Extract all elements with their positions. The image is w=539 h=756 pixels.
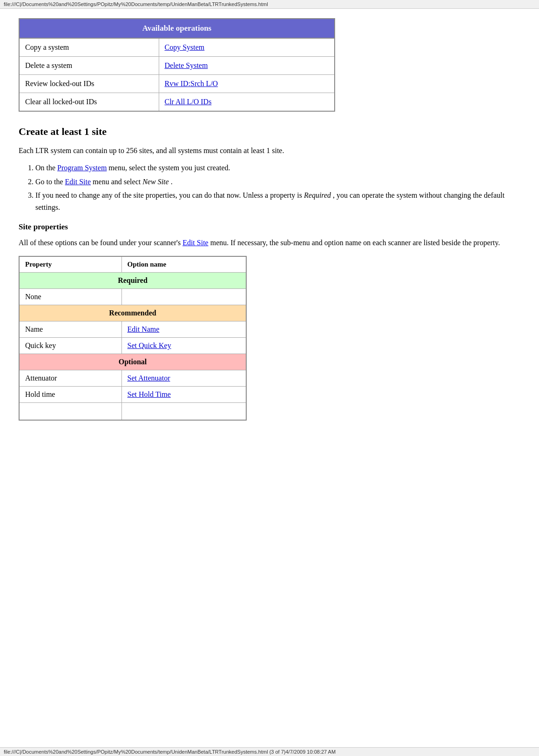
- site-props-subtitle: Site properties: [19, 222, 520, 232]
- optional-prop-holdtime: Hold time: [19, 387, 121, 403]
- recommended-section-row: Recommended: [19, 305, 246, 321]
- ops-table-header: Available operations: [19, 19, 335, 38]
- browser-url-bar: file:///C|/Documents%20and%20Settings/PO…: [0, 0, 539, 9]
- program-system-link[interactable]: Program System: [57, 164, 107, 172]
- clr-all-link[interactable]: Clr All L/O IDs: [165, 98, 212, 106]
- set-attenuator-link[interactable]: Set Attenuator: [128, 374, 170, 382]
- ops-row-desc-4: Clear all locked-out IDs: [19, 93, 159, 112]
- ops-row-desc-3: Review locked-out IDs: [19, 75, 159, 93]
- edit-name-link[interactable]: Edit Name: [128, 325, 160, 333]
- ops-row-desc-1: Copy a system: [19, 38, 159, 57]
- table-row: Hold time Set Hold Time: [19, 387, 246, 403]
- props-col1-header: Property: [19, 256, 121, 273]
- site-props-intro-after: menu. If necessary, the sub-menu and opt…: [209, 239, 500, 247]
- recommended-prop-name: Name: [19, 321, 121, 338]
- table-row: Attenuator Set Attenuator: [19, 370, 246, 387]
- step2-before: Go to the: [35, 178, 65, 186]
- step1-after: menu, select the system you just created…: [107, 164, 230, 172]
- copy-system-link[interactable]: Copy System: [165, 43, 205, 51]
- props-col2-header: Option name: [121, 256, 246, 273]
- create-section-title: Create at least 1 site: [19, 126, 520, 138]
- list-item: On the Program System menu, select the s…: [35, 162, 520, 174]
- recommended-label: Recommended: [19, 305, 246, 321]
- list-item: Go to the Edit Site menu and select New …: [35, 176, 520, 188]
- delete-system-link[interactable]: Delete System: [165, 61, 208, 69]
- edit-site-link-step2[interactable]: Edit Site: [65, 178, 91, 186]
- ops-row-link-1: Copy System: [159, 38, 335, 57]
- edit-site-link-intro[interactable]: Edit Site: [182, 239, 209, 247]
- table-row: Delete a system Delete System: [19, 57, 335, 75]
- table-row: Review locked-out IDs Rvw ID:Srch L/O: [19, 75, 335, 93]
- set-hold-time-link[interactable]: Set Hold Time: [128, 390, 171, 398]
- props-table-header-row: Property Option name: [19, 256, 246, 273]
- steps-list: On the Program System menu, select the s…: [35, 162, 520, 213]
- site-props-table: Property Option name Required None Recom…: [19, 256, 247, 421]
- create-intro-text: Each LTR system can contain up to 256 si…: [19, 145, 520, 156]
- site-props-intro: All of these options can be found under …: [19, 237, 520, 248]
- table-row: Quick key Set Quick Key: [19, 338, 246, 354]
- step2-after: menu and select New Site .: [91, 178, 173, 186]
- table-row: Name Edit Name: [19, 321, 246, 338]
- optional-section-row: Optional: [19, 354, 246, 370]
- site-props-intro-before: All of these options can be found under …: [19, 239, 182, 247]
- required-option-none: [121, 289, 246, 305]
- ops-row-desc-2: Delete a system: [19, 57, 159, 75]
- ops-row-link-2: Delete System: [159, 57, 335, 75]
- recommended-option-quickkey: Set Quick Key: [121, 338, 246, 354]
- step1-before: On the: [35, 164, 57, 172]
- ops-row-link-3: Rvw ID:Srch L/O: [159, 75, 335, 93]
- list-item: If you need to change any of the site pr…: [35, 189, 520, 213]
- content-area: Available operations Copy a system Copy …: [0, 9, 539, 439]
- table-row: Copy a system Copy System: [19, 38, 335, 57]
- recommended-prop-quickkey: Quick key: [19, 338, 121, 354]
- optional-label: Optional: [19, 354, 246, 370]
- optional-option-attenuator: Set Attenuator: [121, 370, 246, 387]
- set-quick-key-link[interactable]: Set Quick Key: [128, 341, 171, 349]
- required-label: Required: [19, 273, 246, 289]
- rvw-id-link[interactable]: Rvw ID:Srch L/O: [165, 80, 218, 87]
- table-row: Clear all locked-out IDs Clr All L/O IDs: [19, 93, 335, 112]
- required-prop-none: None: [19, 289, 121, 305]
- optional-prop-attenuator: Attenuator: [19, 370, 121, 387]
- required-section-row: Required: [19, 273, 246, 289]
- ops-row-link-4: Clr All L/O IDs: [159, 93, 335, 112]
- table-row: [19, 403, 246, 421]
- step3-text: If you need to change any of the site pr…: [35, 191, 505, 211]
- optional-option-holdtime: Set Hold Time: [121, 387, 246, 403]
- table-row: None: [19, 289, 246, 305]
- recommended-option-name: Edit Name: [121, 321, 246, 338]
- browser-url-text: file:///C|/Documents%20and%20Settings/PO…: [4, 1, 268, 7]
- available-ops-table: Available operations Copy a system Copy …: [19, 18, 335, 112]
